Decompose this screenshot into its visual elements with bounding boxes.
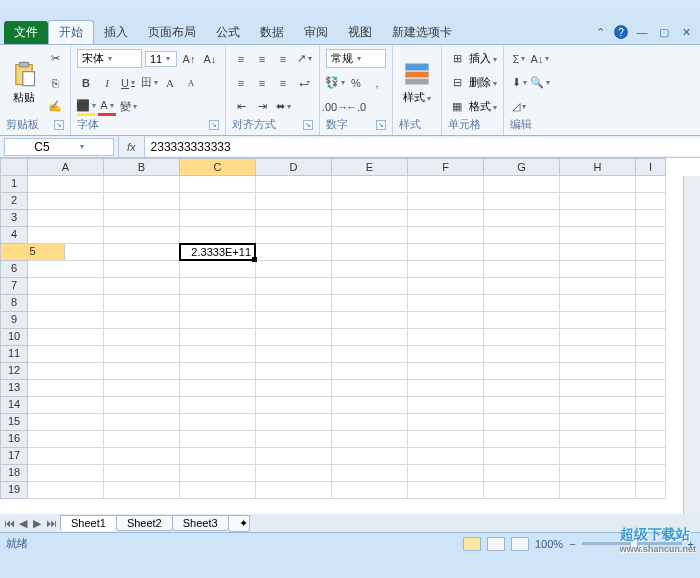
cell[interactable]	[256, 363, 332, 380]
cell[interactable]	[28, 346, 104, 363]
cell[interactable]	[28, 397, 104, 414]
comma-icon[interactable]: ,	[368, 74, 386, 92]
percent-icon[interactable]: %	[347, 74, 365, 92]
cell[interactable]	[560, 465, 636, 482]
cell[interactable]	[408, 312, 484, 329]
cell[interactable]	[104, 278, 180, 295]
cell[interactable]	[636, 414, 666, 431]
vertical-scrollbar[interactable]	[683, 176, 700, 514]
minimize-ribbon-icon[interactable]: ⌃	[592, 24, 608, 40]
minimize-icon[interactable]: —	[634, 24, 650, 40]
cell[interactable]	[636, 448, 666, 465]
cell[interactable]	[180, 363, 256, 380]
format-cells-icon[interactable]: ▦	[448, 98, 466, 116]
cell[interactable]	[484, 193, 560, 210]
zoom-out-icon[interactable]: −	[569, 538, 575, 550]
cell[interactable]	[332, 448, 408, 465]
clear-icon[interactable]: ◿	[510, 98, 528, 116]
cell[interactable]	[408, 465, 484, 482]
align-left-icon[interactable]: ≡	[232, 74, 250, 92]
col-header[interactable]: C	[180, 158, 256, 176]
cell[interactable]	[256, 346, 332, 363]
name-box[interactable]: C5	[4, 138, 114, 156]
cell[interactable]	[256, 176, 332, 193]
cell[interactable]	[408, 176, 484, 193]
cell[interactable]	[180, 448, 256, 465]
cell[interactable]	[636, 346, 666, 363]
tab-review[interactable]: 审阅	[294, 21, 338, 44]
underline-button[interactable]: U	[119, 74, 137, 92]
cell[interactable]	[484, 278, 560, 295]
cell[interactable]	[256, 397, 332, 414]
next-sheet-icon[interactable]: ▶	[30, 517, 44, 530]
cell[interactable]	[484, 465, 560, 482]
cell[interactable]	[332, 312, 408, 329]
delete-cells-button[interactable]: 删除	[469, 75, 497, 90]
cell[interactable]	[180, 295, 256, 312]
col-header[interactable]: D	[256, 158, 332, 176]
align-bottom-icon[interactable]: ≡	[274, 50, 292, 68]
cell[interactable]	[636, 295, 666, 312]
cell[interactable]	[332, 465, 408, 482]
tab-new[interactable]: 新建选项卡	[382, 21, 462, 44]
cell[interactable]	[256, 227, 332, 244]
tab-view[interactable]: 视图	[338, 21, 382, 44]
cell[interactable]	[636, 465, 666, 482]
copy-icon[interactable]: ⎘	[46, 74, 64, 92]
page-layout-view-icon[interactable]	[487, 537, 505, 551]
cell[interactable]	[104, 193, 180, 210]
cell[interactable]	[256, 210, 332, 227]
sheet-tab-2[interactable]: Sheet2	[116, 515, 173, 531]
align-right-icon[interactable]: ≡	[274, 74, 292, 92]
row-header[interactable]: 12	[0, 363, 28, 380]
cell[interactable]	[560, 397, 636, 414]
italic-button[interactable]: I	[98, 74, 116, 92]
cell[interactable]	[332, 380, 408, 397]
cell[interactable]	[104, 397, 180, 414]
cell[interactable]	[560, 414, 636, 431]
cell[interactable]	[332, 227, 408, 244]
cell[interactable]	[180, 380, 256, 397]
cell[interactable]	[180, 482, 256, 499]
cell[interactable]	[408, 244, 484, 261]
decrease-decimal-icon[interactable]: ←.0	[347, 98, 365, 116]
row-header[interactable]: 7	[0, 278, 28, 295]
cell[interactable]	[408, 193, 484, 210]
wrap-text-icon[interactable]: ⮐	[295, 74, 313, 92]
font-size-select[interactable]: 11	[145, 51, 177, 67]
page-break-view-icon[interactable]	[511, 537, 529, 551]
orientation-icon[interactable]: ↗	[295, 50, 313, 68]
cell[interactable]	[256, 380, 332, 397]
cell[interactable]	[636, 431, 666, 448]
phonetic-button[interactable]: 變	[119, 98, 137, 116]
cell[interactable]	[332, 482, 408, 499]
cell[interactable]	[408, 295, 484, 312]
cut-icon[interactable]: ✂	[46, 50, 64, 68]
cell[interactable]	[484, 261, 560, 278]
sheet-tab-3[interactable]: Sheet3	[172, 515, 229, 531]
cell[interactable]	[332, 431, 408, 448]
cell[interactable]	[484, 227, 560, 244]
cell[interactable]	[484, 414, 560, 431]
decrease-indent-icon[interactable]: ⇤	[232, 98, 250, 116]
cell[interactable]	[180, 261, 256, 278]
cell[interactable]	[636, 176, 666, 193]
cell[interactable]	[484, 431, 560, 448]
cell[interactable]	[256, 193, 332, 210]
align-dialog-icon[interactable]: ↘	[303, 120, 313, 130]
cell[interactable]	[560, 227, 636, 244]
format-painter-icon[interactable]: ✍	[46, 98, 64, 116]
cell[interactable]	[180, 193, 256, 210]
cell[interactable]	[484, 312, 560, 329]
cell[interactable]	[104, 329, 180, 346]
border-button[interactable]: 田	[140, 74, 158, 92]
cell[interactable]	[636, 244, 666, 261]
col-header[interactable]: G	[484, 158, 560, 176]
cell[interactable]	[104, 431, 180, 448]
fill-icon[interactable]: ⬇	[510, 74, 528, 92]
cell[interactable]	[636, 363, 666, 380]
cell[interactable]	[28, 295, 104, 312]
row-header[interactable]: 9	[0, 312, 28, 329]
cell[interactable]	[636, 482, 666, 499]
row-header[interactable]: 14	[0, 397, 28, 414]
